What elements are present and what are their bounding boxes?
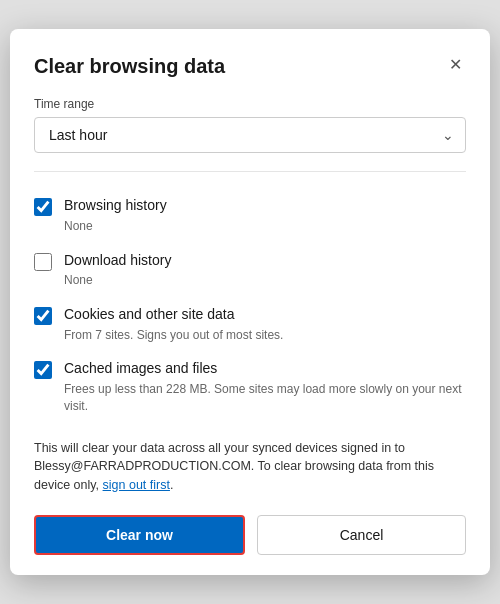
download-history-checkbox-wrapper[interactable] (34, 253, 52, 275)
info-text: This will clear your data across all you… (34, 439, 466, 495)
list-item: Cookies and other site data From 7 sites… (34, 297, 462, 351)
cache-content: Cached images and files Frees up less th… (64, 359, 462, 414)
download-history-label: Download history (64, 251, 462, 271)
dialog-header: Clear browsing data ✕ (34, 53, 466, 79)
browsing-history-checkbox-wrapper[interactable] (34, 198, 52, 220)
info-text-after: . (170, 478, 173, 492)
items-list: Browsing history None Download history N… (34, 188, 466, 422)
cache-checkbox-wrapper[interactable] (34, 361, 52, 383)
cookies-checkbox[interactable] (34, 307, 52, 325)
dialog-title: Clear browsing data (34, 53, 225, 79)
cookies-checkbox-wrapper[interactable] (34, 307, 52, 329)
cookies-label: Cookies and other site data (64, 305, 462, 325)
list-item: Download history None (34, 243, 462, 297)
clear-browsing-data-dialog: Clear browsing data ✕ Time range Last ho… (10, 29, 490, 575)
clear-now-button[interactable]: Clear now (34, 515, 245, 555)
cache-desc: Frees up less than 228 MB. Some sites ma… (64, 381, 462, 415)
download-history-desc: None (64, 272, 462, 289)
cookies-content: Cookies and other site data From 7 sites… (64, 305, 462, 343)
list-item: Cached images and files Frees up less th… (34, 351, 462, 422)
close-button[interactable]: ✕ (445, 53, 466, 76)
list-item: Browsing history None (34, 188, 462, 242)
cancel-button[interactable]: Cancel (257, 515, 466, 555)
time-range-select[interactable]: Last hour Last 24 hours Last 7 days Last… (34, 117, 466, 153)
cache-label: Cached images and files (64, 359, 462, 379)
actions-bar: Clear now Cancel (34, 515, 466, 555)
browsing-history-desc: None (64, 218, 462, 235)
download-history-checkbox[interactable] (34, 253, 52, 271)
browsing-history-checkbox[interactable] (34, 198, 52, 216)
divider (34, 171, 466, 172)
cookies-desc: From 7 sites. Signs you out of most site… (64, 327, 462, 344)
browsing-history-label: Browsing history (64, 196, 462, 216)
time-range-label: Time range (34, 97, 466, 111)
time-range-container: Last hour Last 24 hours Last 7 days Last… (34, 117, 466, 153)
cache-checkbox[interactable] (34, 361, 52, 379)
browsing-history-content: Browsing history None (64, 196, 462, 234)
sign-out-link[interactable]: sign out first (103, 478, 170, 492)
download-history-content: Download history None (64, 251, 462, 289)
info-text-before: This will clear your data across all you… (34, 441, 434, 493)
